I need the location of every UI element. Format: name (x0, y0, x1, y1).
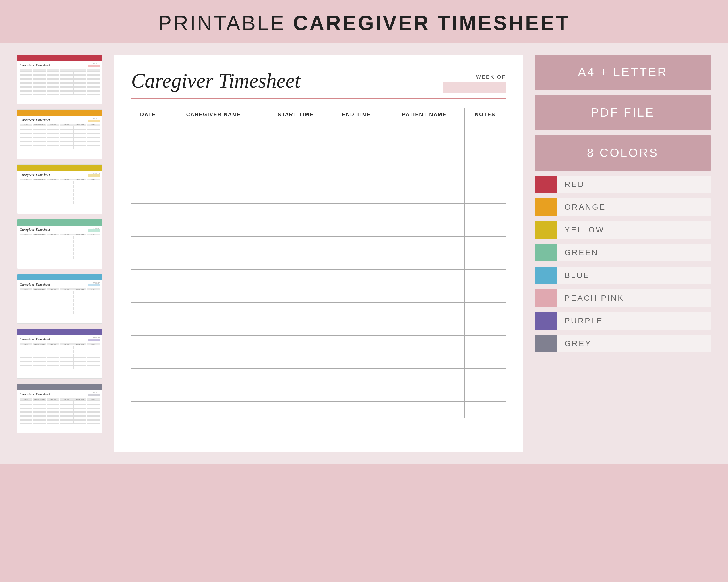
thumb-cell (60, 134, 73, 138)
thumb-week-section-6: WEEK OF (88, 392, 100, 396)
thumb-table-header-2: DATECAREGIVER NAMESTART TIMEEND TIMEPATI… (20, 179, 100, 181)
thumb-cell (20, 193, 32, 196)
page-title: PRINTABLE CAREGIVER TIMESHEET (0, 11, 728, 35)
thumb-cell (47, 126, 59, 130)
color-swatch-name-5: PEACH PINK (557, 289, 711, 307)
thumb-title-text-2: Caregiver Timesheet (20, 172, 50, 177)
thumb-data-row (20, 193, 100, 196)
thumb-cell (33, 193, 46, 196)
thumb-cell (60, 405, 73, 408)
thumb-cell (20, 185, 32, 188)
thumb-sheet-1: Caregiver TimesheetWEEK OFDATECAREGIVER … (17, 109, 102, 159)
thumb-col: NOTES (87, 69, 100, 71)
thumb-title-row-1: Caregiver TimesheetWEEK OF (20, 118, 100, 122)
thumb-cell (33, 83, 46, 87)
thumb-cell (87, 412, 100, 416)
thumb-col: END TIME (60, 179, 73, 181)
table-cell (384, 368, 465, 385)
table-row (131, 303, 506, 319)
thumb-cell (73, 240, 86, 243)
thumb-cell (20, 126, 32, 130)
thumb-cell (60, 350, 73, 353)
table-cell (165, 204, 262, 220)
table-cell (384, 352, 465, 368)
table-cell (262, 401, 329, 418)
thumb-cell (87, 189, 100, 192)
thumb-cell (60, 361, 73, 365)
color-swatch-block-1 (535, 198, 557, 216)
thumb-cell (47, 299, 59, 302)
thumb-cell (60, 416, 73, 420)
thumb-cell (33, 400, 46, 404)
table-cell (329, 220, 384, 237)
thumb-col: END TIME (60, 288, 73, 290)
thumb-cell (47, 412, 59, 416)
thumb-data-row (20, 295, 100, 298)
thumb-cell (87, 185, 100, 188)
thumb-rows-1 (20, 126, 100, 149)
thumb-data-row (20, 307, 100, 310)
thumb-cell (47, 311, 59, 314)
thumb-rows-6 (20, 400, 100, 424)
table-cell (384, 237, 465, 253)
table-cell (262, 187, 329, 204)
thumb-cell (33, 307, 46, 310)
table-cell (262, 171, 329, 187)
thumb-col: START TIME (47, 398, 59, 400)
table-cell (464, 237, 505, 253)
thumb-cell (33, 79, 46, 83)
thumb-cell (47, 354, 59, 357)
table-cell (464, 368, 505, 385)
color-swatch-block-7 (535, 335, 557, 352)
preview-week-section: WEEK OF (443, 74, 506, 93)
table-cell (165, 336, 262, 352)
table-cell (131, 319, 165, 336)
thumb-cell (87, 345, 100, 349)
table-cell (464, 352, 505, 368)
thumbnails-column: Caregiver TimesheetWEEK OFDATECAREGIVER … (17, 55, 102, 433)
thumb-data-row (20, 361, 100, 365)
thumb-cell (47, 345, 59, 349)
thumb-cell (20, 197, 32, 200)
thumb-title-text-4: Caregiver Timesheet (20, 282, 50, 287)
thumb-cell (47, 400, 59, 404)
preview-col-header: NOTES (464, 108, 505, 121)
thumb-cell (60, 236, 73, 239)
table-cell (329, 319, 384, 336)
thumb-cell (33, 75, 46, 79)
thumb-cell (87, 405, 100, 408)
thumb-col: START TIME (47, 288, 59, 290)
thumb-cell (87, 416, 100, 420)
thumb-week-section-3: WEEK OF (88, 227, 100, 231)
thumb-cell (60, 252, 73, 255)
thumb-data-row (20, 197, 100, 200)
color-swatch-name-0: RED (557, 176, 711, 193)
thumb-title-text-3: Caregiver Timesheet (20, 227, 50, 232)
color-swatch-name-1: ORANGE (557, 198, 711, 216)
thumb-cell (87, 146, 100, 149)
thumb-cell (60, 189, 73, 192)
thumb-cell (33, 134, 46, 138)
thumb-cell (73, 244, 86, 247)
thumb-cell (87, 350, 100, 353)
thumb-header-bar-0 (17, 55, 102, 61)
thumb-data-row (20, 405, 100, 408)
thumb-data-row (20, 350, 100, 353)
color-swatch-row-4: BLUE (535, 267, 711, 284)
thumb-cell (47, 83, 59, 87)
thumb-cell (73, 83, 86, 87)
table-row (131, 352, 506, 368)
thumb-cell (47, 405, 59, 408)
thumb-cell (87, 236, 100, 239)
thumb-cell (47, 91, 59, 94)
thumb-cell (20, 299, 32, 302)
table-cell (131, 204, 165, 220)
thumb-cell (20, 400, 32, 404)
thumb-week-box-4 (88, 284, 100, 286)
thumb-cell (20, 350, 32, 353)
thumb-week-section-4: WEEK OF (88, 282, 100, 286)
thumb-col: START TIME (47, 124, 59, 126)
thumb-cell (47, 291, 59, 294)
color-swatch-block-4 (535, 267, 557, 284)
color-swatch-row-7: GREY (535, 335, 711, 352)
